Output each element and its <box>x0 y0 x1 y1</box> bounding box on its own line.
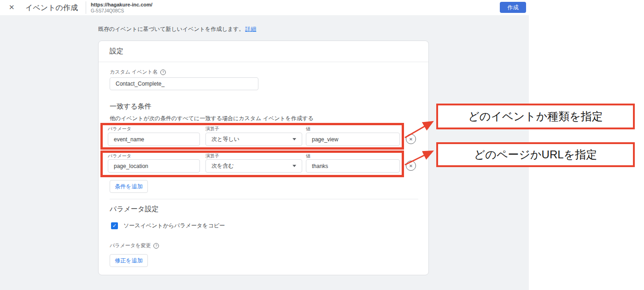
close-icon[interactable]: ✕ <box>9 3 15 12</box>
operator-column-label: 演算子 <box>205 153 219 159</box>
parameter-settings-title: パラメータ設定 <box>110 205 158 214</box>
page-title: イベントの作成 <box>25 3 78 13</box>
custom-event-name-label-row: カスタム イベント名 ? <box>110 69 166 75</box>
condition-2-operator-select[interactable]: 次を含む <box>205 159 302 173</box>
intro-text: 既存のイベントに基づいて新しいイベントを作成します。 <box>98 26 244 32</box>
add-modification-button[interactable]: 修正を追加 <box>110 254 148 267</box>
condition-1-value-input[interactable] <box>306 133 400 146</box>
property-url: https://hagakure-inc.com/ <box>91 2 152 7</box>
custom-event-name-input[interactable] <box>110 77 258 90</box>
help-icon[interactable]: ? <box>153 243 159 249</box>
condition-1-parameter-input[interactable] <box>108 133 200 146</box>
learn-more-link[interactable]: 詳細 <box>245 26 256 32</box>
settings-card: 設定 カスタム イベント名 ? 一致する条件 他のイベントが次の条件のすべてに一… <box>98 41 429 275</box>
section-divider <box>110 199 418 199</box>
matching-conditions-title: 一致する条件 <box>110 102 152 111</box>
matching-conditions-description: 他のイベントが次の条件のすべてに一致する場合にカスタム イベントを作成する <box>110 115 314 122</box>
condition-2-operator-value: 次を含む <box>211 162 234 170</box>
copy-parameters-label: ソースイベントからパラメータをコピー <box>123 222 225 230</box>
operator-column-label: 演算子 <box>205 126 219 132</box>
help-icon[interactable]: ? <box>160 70 166 75</box>
custom-event-name-label: カスタム イベント名 <box>110 69 158 75</box>
add-condition-button[interactable]: 条件を追加 <box>110 180 148 193</box>
condition-2-value-input[interactable] <box>306 159 400 173</box>
create-button[interactable]: 作成 <box>500 2 526 13</box>
dropdown-arrow-icon <box>293 165 296 167</box>
condition-2-parameter-input[interactable] <box>108 159 200 173</box>
card-header: 設定 <box>110 47 123 56</box>
copy-parameters-row: ✓ ソースイベントからパラメータをコピー <box>111 222 225 230</box>
condition-1-operator-select[interactable]: 次と等しい <box>205 133 302 146</box>
parameter-column-label: パラメータ <box>108 126 131 132</box>
callout-page-url-text: どのページかURLを指定 <box>474 147 597 162</box>
property-id: G-5S7J4Q08CS <box>91 8 124 13</box>
parameter-column-label: パラメータ <box>108 153 131 159</box>
value-column-label: 値 <box>306 153 310 159</box>
callout-page-url: どのページかURLを指定 <box>436 142 635 167</box>
callout-event-type-text: どのイベントか種類を指定 <box>468 109 603 124</box>
value-column-label: 値 <box>306 126 310 132</box>
copy-parameters-checkbox[interactable]: ✓ <box>111 222 118 229</box>
condition-2-remove-icon[interactable]: ✕ <box>406 161 416 171</box>
card-header-divider <box>99 62 428 62</box>
condition-1-operator-value: 次と等しい <box>211 135 240 143</box>
callout-event-type: どのイベントか種類を指定 <box>436 104 635 129</box>
intro-line: 既存のイベントに基づいて新しいイベントを作成します。詳細 <box>98 25 256 33</box>
modify-parameters-label-row: パラメータを変更 ? <box>110 242 159 249</box>
dropdown-arrow-icon <box>293 138 296 140</box>
topbar: ✕ イベントの作成 https://hagakure-inc.com/ G-5S… <box>0 0 644 15</box>
topbar-divider <box>86 1 86 14</box>
condition-1-remove-icon[interactable]: ✕ <box>406 134 416 144</box>
create-event-screen: ✕ イベントの作成 https://hagakure-inc.com/ G-5S… <box>0 0 644 290</box>
modify-parameters-label: パラメータを変更 <box>110 242 151 249</box>
